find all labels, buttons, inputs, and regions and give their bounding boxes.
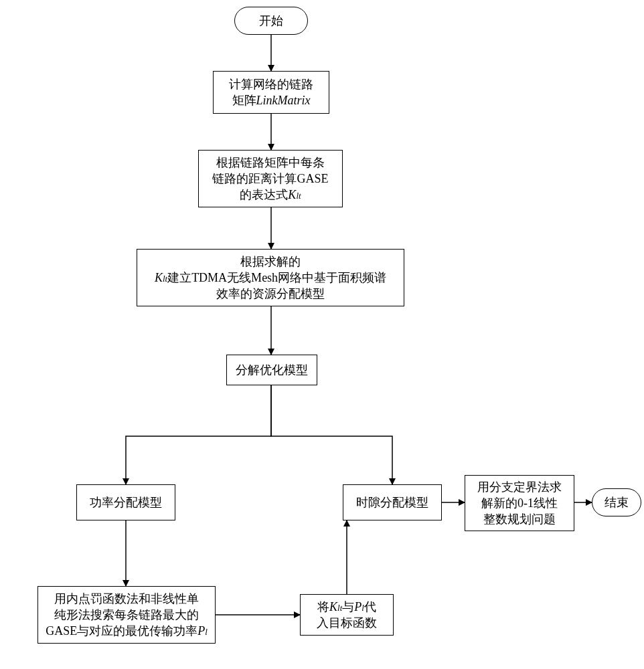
terminator-start: 开始 <box>234 7 308 35</box>
s7-line2: 纯形法搜索每条链路最大的 <box>54 608 199 622</box>
process-search-optimal-power: 用内点罚函数法和非线性单 纯形法搜索每条链路最大的 GASE与对应的最优传输功率… <box>37 586 216 644</box>
s3-line3: 效率的资源分配模型 <box>216 287 325 300</box>
s2-line3c: lt <box>296 191 301 201</box>
s8-l1g: 代 <box>364 600 376 613</box>
terminator-start-label: 开始 <box>259 13 283 29</box>
s3-line2c: 建立TDMA无线Mesh网络中基于面积频谱 <box>167 271 386 284</box>
s7-line3a: GASE与对应的最优传输功率 <box>46 624 197 638</box>
s8-l1d: 与 <box>342 600 354 613</box>
s7-line3b: P <box>197 624 205 638</box>
s1-line2b: LinkMatrix <box>256 94 311 107</box>
s9-line1: 用分支定界法求 <box>477 480 562 494</box>
s9-line3: 整数规划问题 <box>483 512 556 526</box>
s7-line3c: l <box>205 627 208 637</box>
process-compute-link-matrix: 计算网络的链路 矩阵LinkMatrix <box>213 71 329 114</box>
s8-l2: 入目标函数 <box>317 616 377 630</box>
s2-line3a: 的表达式 <box>240 188 288 201</box>
terminator-end: 结束 <box>592 488 641 516</box>
s2-line2: 链路的距离计算GASE <box>212 172 328 185</box>
process-build-allocation-model: 根据求解的 Klt建立TDMA无线Mesh网络中基于面积频谱 效率的资源分配模型 <box>137 249 404 306</box>
s5-label: 功率分配模型 <box>90 494 162 510</box>
s4-label: 分解优化模型 <box>236 362 308 378</box>
s1-line2a: 矩阵 <box>232 94 256 107</box>
process-branch-and-bound: 用分支定界法求 解新的0-1线性 整数规划问题 <box>465 475 574 531</box>
process-compute-gase-expression: 根据链路矩阵中每条 链路的距离计算GASE 的表达式Klt <box>198 150 343 207</box>
s8-l1a: 将 <box>317 600 329 613</box>
s2-line1: 根据链路矩阵中每条 <box>216 156 325 169</box>
s1-line1: 计算网络的链路 <box>229 78 313 91</box>
s9-line2: 解新的0-1线性 <box>481 496 558 510</box>
s3-line1: 根据求解的 <box>240 255 301 268</box>
s2-line3b: K <box>288 188 296 201</box>
process-substitute-objective: 将Klt与Pl代 入目标函数 <box>300 594 394 636</box>
process-slot-allocation-model: 时隙分配模型 <box>343 484 442 520</box>
s7-line1: 用内点罚函数法和非线性单 <box>54 592 199 605</box>
process-power-allocation-model: 功率分配模型 <box>76 484 175 520</box>
s8-l1e: P <box>354 600 361 613</box>
process-decompose-model: 分解优化模型 <box>226 355 317 385</box>
terminator-end-label: 结束 <box>605 494 629 510</box>
s6-label: 时隙分配模型 <box>356 494 428 510</box>
s8-l1b: K <box>329 600 337 613</box>
s3-line2a: K <box>155 271 163 284</box>
